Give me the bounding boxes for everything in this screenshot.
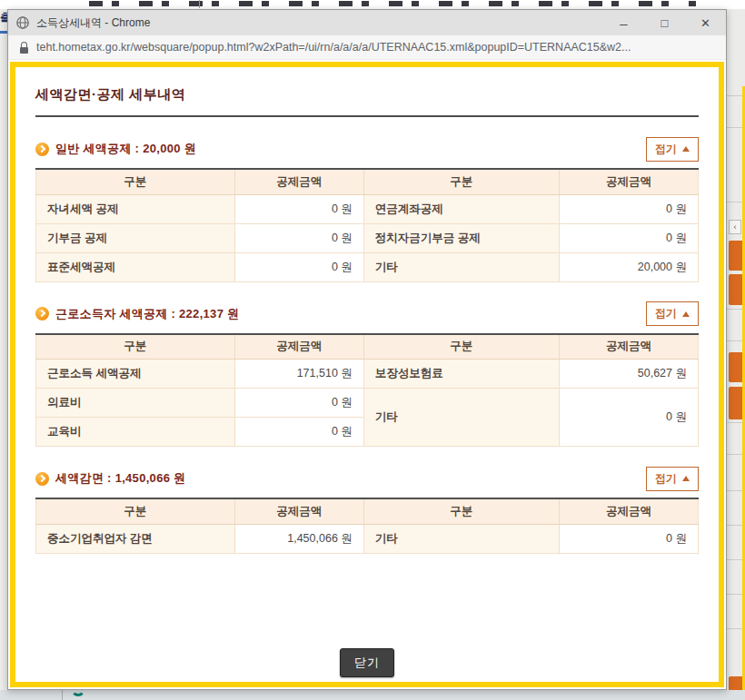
popup-page: 세액감면·공제 세부내역 일반 세액공제 : 20,000 원 접기 구분 공제 bbox=[10, 62, 724, 687]
divider bbox=[199, 0, 200, 8]
row-value: 171,510 원 bbox=[234, 360, 363, 389]
row-label: 교육비 bbox=[36, 418, 235, 447]
table-row: 근로소득 세액공제 171,510 원 보장성보험료 50,627 원 bbox=[36, 360, 699, 389]
row-label: 의료비 bbox=[36, 389, 235, 418]
row-value: 0 원 bbox=[234, 194, 363, 223]
row-value: 1,450,066 원 bbox=[234, 524, 363, 553]
row-label: 기타 bbox=[363, 524, 559, 553]
collapse-label: 접기 bbox=[655, 142, 677, 157]
column-header: 구분 bbox=[36, 334, 235, 360]
row-label: 보장성보험료 bbox=[363, 360, 559, 389]
url-text: teht.hometax.go.kr/websquare/popup.html?… bbox=[36, 41, 631, 54]
background-page-top-fragment bbox=[0, 0, 745, 9]
collapse-label: 접기 bbox=[655, 306, 677, 321]
row-value: 0 원 bbox=[234, 252, 363, 281]
background-page-left-fragment: 출 bbox=[0, 9, 7, 690]
row-label: 정치자금기부금 공제 bbox=[363, 223, 559, 252]
table-row: 중소기업취업자 감면 1,450,066 원 기타 0 원 bbox=[36, 524, 699, 553]
column-header: 구분 bbox=[363, 169, 559, 194]
column-header: 공제금액 bbox=[234, 169, 363, 194]
triangle-up-icon bbox=[682, 146, 690, 152]
collapse-button[interactable]: 접기 bbox=[646, 301, 699, 326]
tax-reduction-table: 구분 공제금액 구분 공제금액 중소기업취업자 감면 1,450,066 원 기… bbox=[35, 498, 699, 554]
column-header: 공제금액 bbox=[234, 334, 363, 360]
table-row: 표준세액공제 0 원 기타 20,000 원 bbox=[36, 252, 699, 281]
triangle-up-icon bbox=[682, 311, 690, 317]
collapse-button[interactable]: 접기 bbox=[646, 137, 699, 162]
section-title: 세액감면 : 1,450,066 원 bbox=[55, 470, 185, 487]
general-tax-credit-table: 구분 공제금액 구분 공제금액 자녀세액 공제 0 원 연금계좌공제 0 원 bbox=[35, 168, 699, 282]
row-value: 0 원 bbox=[234, 389, 363, 418]
collapse-button[interactable]: 접기 bbox=[646, 467, 699, 491]
screen: 출 ‹ 소득상세내역 - Chr bbox=[0, 0, 745, 700]
divider bbox=[0, 31, 7, 34]
cutoff-button-fragment: ‹ bbox=[729, 220, 741, 234]
row-value: 0 원 bbox=[559, 194, 698, 223]
earned-income-tax-credit-table: 구분 공제금액 구분 공제금액 근로소득 세액공제 171,510 원 보장성보… bbox=[35, 333, 699, 448]
row-label: 근로소득 세액공제 bbox=[36, 360, 235, 389]
row-label: 기타 bbox=[363, 389, 559, 447]
table-header-row: 구분 공제금액 구분 공제금액 bbox=[36, 169, 699, 194]
table-row: 기부금 공제 0 원 정치자금기부금 공제 0 원 bbox=[36, 223, 699, 252]
row-value: 0 원 bbox=[559, 223, 698, 252]
column-header: 공제금액 bbox=[234, 498, 363, 524]
window-titlebar[interactable]: 소득상세내역 - Chrome – □ ✕ bbox=[8, 10, 726, 35]
row-label: 자녀세액 공제 bbox=[36, 194, 235, 223]
bullet-arrow-icon bbox=[35, 143, 49, 156]
bullet-arrow-icon bbox=[35, 307, 49, 320]
background-page-right-fragment: ‹ bbox=[727, 9, 745, 700]
section-earned-income-tax-credit: 근로소득자 세액공제 : 222,137 원 접기 bbox=[35, 302, 699, 326]
column-header: 공제금액 bbox=[559, 498, 698, 524]
section-title: 일반 세액공제 : 20,000 원 bbox=[55, 141, 196, 157]
row-value: 50,627 원 bbox=[559, 360, 698, 389]
minimize-button[interactable]: – bbox=[603, 10, 644, 35]
column-header: 공제금액 bbox=[559, 334, 698, 360]
column-header: 구분 bbox=[363, 334, 559, 360]
row-label: 기부금 공제 bbox=[36, 223, 235, 252]
table-row: 의료비 0 원 기타 0 원 bbox=[36, 389, 699, 418]
bullet-arrow-icon bbox=[35, 472, 49, 486]
column-header: 구분 bbox=[36, 169, 235, 194]
section-general-tax-credit: 일반 세액공제 : 20,000 원 접기 bbox=[35, 137, 699, 161]
page-title: 세액감면·공제 세부내역 bbox=[35, 86, 699, 104]
table-header-row: 구분 공제금액 구분 공제금액 bbox=[36, 498, 699, 524]
cutoff-text-fragment: 출 bbox=[0, 11, 7, 25]
row-value: 0 원 bbox=[559, 389, 698, 447]
address-bar[interactable]: teht.hometax.go.kr/websquare/popup.html?… bbox=[8, 35, 726, 60]
background-page-bottom-fragment bbox=[0, 690, 745, 700]
lock-icon bbox=[19, 42, 29, 54]
row-value: 0 원 bbox=[559, 524, 698, 553]
row-label: 연금계좌공제 bbox=[363, 194, 559, 223]
table-header-row: 구분 공제금액 구분 공제금액 bbox=[36, 334, 699, 360]
row-value: 0 원 bbox=[234, 223, 363, 252]
popup-window: 소득상세내역 - Chrome – □ ✕ teht.hometax.go.kr… bbox=[7, 9, 727, 690]
row-value: 0 원 bbox=[234, 418, 363, 447]
globe-icon bbox=[15, 15, 30, 30]
column-header: 공제금액 bbox=[559, 169, 698, 194]
table-row: 자녀세액 공제 0 원 연금계좌공제 0 원 bbox=[36, 194, 699, 223]
section-tax-reduction: 세액감면 : 1,450,066 원 접기 bbox=[35, 467, 699, 490]
window-title: 소득상세내역 - Chrome bbox=[36, 15, 603, 31]
close-button[interactable]: 닫기 bbox=[340, 648, 394, 677]
row-label: 중소기업취업자 감면 bbox=[36, 524, 235, 553]
section-title: 근로소득자 세액공제 : 222,137 원 bbox=[55, 306, 239, 322]
cutoff-text-fragment bbox=[89, 1, 696, 6]
triangle-up-icon bbox=[682, 476, 690, 481]
column-header: 구분 bbox=[363, 498, 559, 524]
collapse-label: 접기 bbox=[655, 471, 677, 487]
row-value: 20,000 원 bbox=[559, 252, 698, 281]
row-label: 기타 bbox=[363, 252, 559, 281]
divider bbox=[35, 115, 699, 117]
maximize-button[interactable]: □ bbox=[644, 10, 685, 35]
column-header: 구분 bbox=[36, 498, 235, 524]
divider bbox=[62, 690, 63, 700]
row-label: 표준세액공제 bbox=[36, 252, 235, 281]
close-window-button[interactable]: ✕ bbox=[685, 10, 726, 35]
